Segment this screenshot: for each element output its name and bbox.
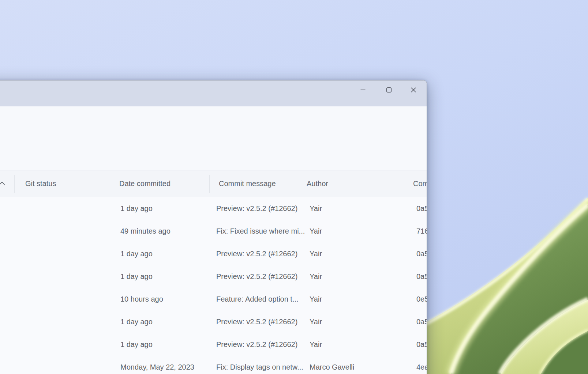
- table-row[interactable]: 1 day ago Preview: v2.5.2 (#12662) Yair …: [0, 310, 427, 333]
- cell-author: Yair: [310, 220, 397, 242]
- table-row[interactable]: 1 day ago Preview: v2.5.2 (#12662) Yair …: [0, 333, 427, 356]
- cell-sha: 0a5: [416, 242, 427, 265]
- cell-author: Yair: [310, 242, 397, 265]
- cell-author: Yair: [310, 288, 397, 310]
- close-button[interactable]: [405, 83, 422, 97]
- cell-date: 10 hours ago: [120, 288, 212, 310]
- minimize-icon: [360, 87, 366, 92]
- cell-date: 49 minutes ago: [120, 220, 212, 242]
- column-header-author[interactable]: Author: [307, 170, 380, 197]
- table-row[interactable]: 1 day ago Preview: v2.5.2 (#12662) Yair …: [0, 242, 427, 265]
- cell-git-status: [25, 242, 113, 265]
- cell-message: Preview: v2.5.2 (#12662): [216, 197, 308, 220]
- navigation-bar: src: [0, 106, 427, 135]
- cell-git-status: [25, 288, 113, 310]
- column-header-git-status[interactable]: Git status: [25, 170, 98, 197]
- cell-date: 1 day ago: [120, 333, 212, 356]
- cell-date: 1 day ago: [120, 197, 212, 220]
- column-separator[interactable]: [102, 175, 102, 193]
- cell-sha: 0a5: [416, 265, 427, 288]
- table-row[interactable]: 49 minutes ago Fix: Fixed issue where mi…: [0, 220, 427, 242]
- table-row[interactable]: Monday, May 22, 2023 Fix: Display tags o…: [0, 356, 427, 374]
- cell-date: Monday, May 22, 2023: [120, 356, 212, 374]
- table-header: Git status Date committed Commit message…: [0, 170, 427, 197]
- column-header-commit-sha[interactable]: Com: [413, 170, 427, 197]
- column-header-commit-message[interactable]: Commit message: [219, 170, 296, 197]
- cell-git-status: [25, 197, 113, 220]
- close-icon: [411, 87, 416, 92]
- cell-git-status: [25, 220, 113, 242]
- cell-message: Preview: v2.5.2 (#12662): [216, 265, 308, 288]
- cell-git-status: [25, 333, 113, 356]
- cell-sha: 0a5: [416, 310, 427, 333]
- cell-date: 1 day ago: [120, 242, 212, 265]
- table-row[interactable]: 1 day ago Preview: v2.5.2 (#12662) Yair …: [0, 197, 427, 220]
- cell-git-status: [25, 265, 113, 288]
- cell-git-status: [25, 310, 113, 333]
- cell-message: Preview: v2.5.2 (#12662): [216, 310, 308, 333]
- cell-author: Yair: [310, 197, 397, 220]
- cell-date: 1 day ago: [120, 265, 212, 288]
- table-row[interactable]: 10 hours ago Feature: Added option t... …: [0, 288, 427, 310]
- table-row[interactable]: 1 day ago Preview: v2.5.2 (#12662) Yair …: [0, 265, 427, 288]
- cell-message: Preview: v2.5.2 (#12662): [216, 333, 308, 356]
- column-separator[interactable]: [14, 175, 15, 193]
- minimize-button[interactable]: [355, 83, 371, 97]
- cell-sha: 0a5: [416, 333, 427, 356]
- column-header-date-committed[interactable]: Date committed: [119, 170, 207, 197]
- cell-author: Marco Gavelli: [310, 356, 397, 374]
- cell-sha: 0a5: [416, 197, 427, 220]
- command-toolbar: [0, 135, 427, 170]
- cell-sha: 0e5: [416, 288, 427, 310]
- cell-git-status: [25, 356, 113, 374]
- column-separator[interactable]: [297, 175, 297, 193]
- cell-sha: 716: [416, 220, 427, 242]
- cell-message: Fix: Fixed issue where mi...: [216, 220, 308, 242]
- cell-message: Feature: Added option t...: [216, 288, 308, 310]
- cell-author: Yair: [310, 310, 397, 333]
- sort-ascending-icon: [0, 181, 5, 186]
- file-explorer-window: src: [0, 80, 427, 374]
- column-separator[interactable]: [209, 175, 210, 193]
- file-list: 1 day ago Preview: v2.5.2 (#12662) Yair …: [0, 197, 427, 374]
- titlebar[interactable]: [0, 80, 427, 106]
- cell-message: Fix: Display tags on netw...: [216, 356, 308, 374]
- cell-author: Yair: [310, 333, 397, 356]
- maximize-icon: [386, 87, 392, 92]
- cell-message: Preview: v2.5.2 (#12662): [216, 242, 308, 265]
- maximize-button[interactable]: [381, 83, 397, 97]
- cell-date: 1 day ago: [120, 310, 212, 333]
- cell-sha: 4ea: [416, 356, 427, 374]
- cell-author: Yair: [310, 265, 397, 288]
- column-separator[interactable]: [404, 175, 404, 193]
